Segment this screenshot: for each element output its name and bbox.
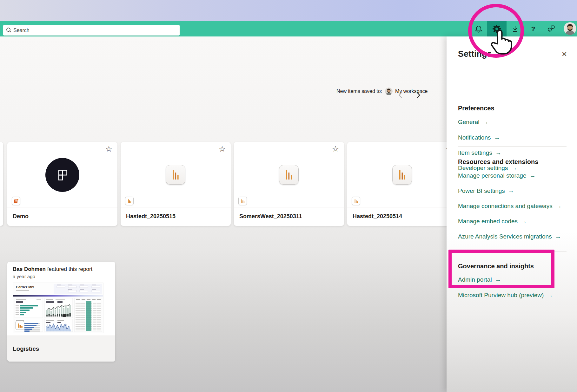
chevron-right-icon [416, 92, 421, 99]
avatar-photo-small [385, 88, 393, 95]
global-search [3, 25, 180, 36]
featured-report-card[interactable]: Bas Dohmen featured this report a year a… [7, 262, 115, 362]
favorite-star-icon[interactable] [103, 143, 114, 154]
card-divider [121, 207, 231, 207]
report-type-icon [352, 197, 360, 205]
workspace-avatar [385, 88, 393, 95]
chevron-left-icon [398, 92, 403, 99]
link-label: Azure Analysis Services migrations [458, 233, 552, 240]
link-label: Item settings [458, 149, 492, 156]
featured-card-footer: Logistics [7, 336, 115, 362]
link-notifications[interactable]: Notifications [458, 134, 500, 142]
arrow-right-icon [508, 187, 514, 194]
arrow-right-icon [483, 119, 489, 126]
help-button[interactable]: ? [527, 21, 540, 36]
arrow-right-icon [555, 233, 561, 240]
saved-to-label: New items saved to: [336, 88, 382, 94]
gear-icon [492, 24, 501, 33]
section-preferences: Preferences [458, 105, 494, 112]
settings-panel-title: Settings [458, 49, 492, 59]
arrow-right-icon [511, 165, 517, 172]
search-icon [6, 27, 12, 33]
card-divider [234, 207, 344, 207]
close-icon[interactable] [560, 50, 569, 59]
arrow-right-icon [494, 134, 500, 141]
featured-byline: Bas Dohmen featured this report [13, 266, 92, 272]
link-label: Power BI settings [458, 187, 505, 194]
arrow-right-icon [495, 149, 501, 156]
link-item-settings[interactable]: Item settings [458, 149, 501, 157]
feedback-button[interactable] [545, 21, 557, 36]
item-card-somerswest-20250311[interactable]: SomersWest_20250311 [234, 142, 344, 226]
card-divider [7, 207, 117, 207]
bell-icon [474, 25, 483, 33]
link-microsoft-purview-hub[interactable]: Microsoft Purview hub (preview) [458, 291, 553, 299]
app-type-icon [12, 197, 20, 205]
link-label: Developer settings [458, 165, 508, 172]
featured-action: featured this report [46, 266, 92, 272]
fabric-app-logo-icon [45, 158, 79, 192]
favorite-star-icon[interactable] [330, 143, 341, 154]
arrow-right-icon [556, 203, 562, 210]
card-partial-left [0, 142, 3, 226]
avatar-photo [564, 22, 576, 35]
link-label: Manage personal storage [458, 172, 526, 179]
arrow-right-icon [529, 172, 535, 179]
report-thumbnail: Carrier Mix [13, 283, 103, 333]
featured-time: a year ago [13, 274, 35, 279]
link-manage-personal-storage[interactable]: Manage personal storage [458, 172, 535, 180]
featured-card-title: Logistics [13, 345, 39, 352]
link-label: Admin portal [458, 276, 492, 283]
card-divider [347, 207, 457, 207]
carousel-next-button[interactable] [414, 90, 423, 100]
link-label: Manage embed codes [458, 218, 518, 225]
link-label: Microsoft Purview hub (preview) [458, 292, 544, 299]
browser-top-band [0, 0, 577, 21]
link-label: Manage connections and gateways [458, 203, 553, 210]
panel-divider [458, 251, 567, 252]
carousel-prev-button[interactable] [396, 90, 405, 100]
feedback-icon [547, 24, 555, 33]
section-resources: Resources and extensions [458, 158, 538, 166]
account-avatar[interactable] [564, 22, 576, 35]
link-power-bi-settings[interactable]: Power BI settings [458, 187, 514, 195]
report-type-icon [238, 197, 247, 205]
app-window: ? New items saved to: [0, 0, 577, 392]
link-manage-embed-codes[interactable]: Manage embed codes [458, 217, 527, 225]
arrow-right-icon [547, 292, 553, 299]
thumbnail-report-subtitle [16, 290, 29, 291]
notifications-button[interactable] [472, 21, 485, 36]
arrow-right-icon [521, 218, 527, 225]
item-card-hastedt-20250515[interactable]: Hastedt_20250515 [121, 142, 231, 226]
download-icon [511, 25, 519, 33]
link-general[interactable]: General [458, 118, 489, 126]
settings-panel: Settings Preferences General Notificatio… [447, 36, 577, 392]
card-title: Hastedt_20250515 [126, 213, 176, 220]
report-icon [392, 165, 412, 185]
panel-divider [458, 146, 567, 147]
question-mark-icon: ? [531, 25, 535, 33]
favorite-star-icon[interactable] [217, 143, 228, 154]
link-admin-portal[interactable]: Admin portal [458, 276, 501, 284]
search-input[interactable] [13, 25, 175, 36]
item-card-hastedt-20250514[interactable]: Hastedt_20250514 [347, 142, 457, 226]
thumbnail-report-title: Carrier Mix [16, 285, 34, 289]
card-title: Demo [13, 213, 29, 220]
item-card-demo[interactable]: Demo [7, 142, 117, 226]
report-icon [166, 165, 185, 185]
card-title: Hastedt_20250514 [353, 213, 402, 220]
section-governance: Governance and insights [458, 263, 534, 270]
settings-button[interactable] [487, 21, 507, 36]
link-label: Notifications [458, 134, 491, 141]
report-icon [279, 165, 299, 185]
link-azure-analysis-services-migrations[interactable]: Azure Analysis Services migrations [458, 232, 561, 241]
card-title: SomersWest_20250311 [239, 213, 302, 220]
link-manage-connections-gateways[interactable]: Manage connections and gateways [458, 202, 562, 210]
arrow-right-icon [495, 276, 501, 283]
report-type-icon [125, 197, 134, 205]
link-label: General [458, 119, 480, 126]
downloads-button[interactable] [509, 21, 521, 36]
featured-author: Bas Dohmen [13, 266, 46, 272]
